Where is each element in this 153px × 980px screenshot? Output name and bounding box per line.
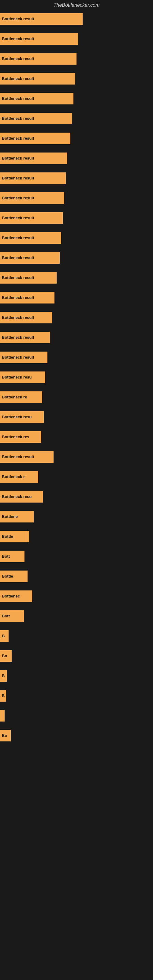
list-item: Bottleneck result xyxy=(0,170,153,186)
bar-label: Bottleneck result xyxy=(2,216,34,220)
bar: Bottleneck result xyxy=(0,272,57,283)
bar: Bott xyxy=(0,610,24,622)
bar-label: Bottleneck result xyxy=(2,315,34,320)
bar-container: Bottleneck resultBottleneck resultBottle… xyxy=(0,10,153,744)
bar-label: Bott xyxy=(2,614,10,618)
bar: Bottleneck result xyxy=(0,33,78,45)
bar-label: Bottle xyxy=(2,534,13,539)
bar xyxy=(0,710,5,722)
bar: Bottleneck result xyxy=(0,153,67,164)
list-item: Bottleneck result xyxy=(0,289,153,306)
bar: Bott xyxy=(0,550,24,562)
bar: Bottleneck resu xyxy=(0,411,44,423)
bar: Bottleneck result xyxy=(0,451,54,463)
bar: Bottleneck result xyxy=(0,113,72,124)
bar: Bottleneck result xyxy=(0,352,48,363)
list-item: Bottleneck result xyxy=(0,10,153,27)
bar-label: Bottleneck result xyxy=(2,96,34,101)
list-item xyxy=(0,707,153,724)
list-item: Bottleneck re xyxy=(0,389,153,406)
list-item: Bottleneck res xyxy=(0,428,153,445)
bar-label: Bottleneck result xyxy=(2,76,34,81)
bar-label: Bottleneck resu xyxy=(2,415,32,419)
bar-label: Bott xyxy=(2,554,10,558)
bar: Bottleneck result xyxy=(0,232,61,244)
bar-label: Bottleneck result xyxy=(2,355,34,360)
list-item: Bottleneck result xyxy=(0,309,153,326)
bar: Bottlenec xyxy=(0,590,32,602)
list-item: Bottlene xyxy=(0,508,153,525)
bar: B xyxy=(0,630,9,642)
bar: Bottleneck result xyxy=(0,212,63,224)
bar: Bottleneck res xyxy=(0,431,41,443)
list-item: Bott xyxy=(0,548,153,565)
list-item: B xyxy=(0,667,153,684)
bar: Bottleneck result xyxy=(0,172,66,184)
bar-label: Bottleneck result xyxy=(2,295,34,300)
list-item: Bottleneck result xyxy=(0,189,153,207)
bar-label: Bottleneck resu xyxy=(2,375,32,379)
list-item: B xyxy=(0,687,153,704)
bar-label: Bottlene xyxy=(2,514,18,519)
list-item: Bottleneck r xyxy=(0,468,153,485)
bar: Bottleneck result xyxy=(0,292,54,304)
list-item: Bottleneck resu xyxy=(0,488,153,505)
list-item: Bottleneck result xyxy=(0,130,153,147)
bar: Bottleneck result xyxy=(0,93,73,105)
bar-label: Bottleneck result xyxy=(2,136,34,140)
bar: Bottleneck result xyxy=(0,332,50,343)
bar: Bo xyxy=(0,650,12,662)
list-item: Bottleneck result xyxy=(0,150,153,167)
bar: Bottleneck result xyxy=(0,133,70,144)
list-item: Bott xyxy=(0,608,153,624)
bar-label: Bottlenec xyxy=(2,594,20,598)
bar: Bo xyxy=(0,730,11,741)
list-item: Bottleneck result xyxy=(0,30,153,47)
bar-label: Bottleneck result xyxy=(2,455,34,459)
list-item: Bottleneck result xyxy=(0,70,153,87)
bar: Bottleneck result xyxy=(0,192,64,204)
bar-label: B xyxy=(2,673,5,678)
bar-label: Bottleneck result xyxy=(2,275,34,280)
bar-label: Bottleneck result xyxy=(2,335,34,340)
bar-label: Bottleneck result xyxy=(2,255,34,260)
list-item: Bottleneck result xyxy=(0,90,153,107)
bar: Bottle xyxy=(0,571,27,582)
list-item: Bottleneck result xyxy=(0,50,153,67)
bar-label: Bottleneck resu xyxy=(2,494,32,499)
bar-label: Bottleneck result xyxy=(2,235,34,240)
bar: Bottleneck result xyxy=(0,13,83,25)
site-title: TheBottlenecker.com xyxy=(0,0,153,10)
list-item: Bottleneck result xyxy=(0,349,153,366)
bar-label: Bottleneck result xyxy=(2,16,34,21)
list-item: B xyxy=(0,627,153,644)
bar: Bottleneck result xyxy=(0,252,60,264)
bar-label: B xyxy=(2,634,5,638)
bar-label: Bottleneck result xyxy=(2,156,34,161)
bar: Bottleneck result xyxy=(0,73,75,84)
bar-label: Bottleneck result xyxy=(2,116,34,121)
bar: B xyxy=(0,690,6,702)
bar: Bottle xyxy=(0,531,29,542)
list-item: Bottleneck result xyxy=(0,249,153,266)
bar-label: Bottleneck res xyxy=(2,434,29,439)
bar: Bottleneck resu xyxy=(0,491,43,503)
bar-label: Bottle xyxy=(2,574,13,579)
bar: Bottleneck re xyxy=(0,391,42,403)
bar-label: Bottleneck result xyxy=(2,196,34,200)
bar-label: Bottleneck result xyxy=(2,56,34,61)
list-item: Bottle xyxy=(0,568,153,585)
bar: Bottlene xyxy=(0,511,33,522)
list-item: Bottleneck resu xyxy=(0,409,153,425)
list-item: Bottleneck resu xyxy=(0,369,153,385)
list-item: Bottle xyxy=(0,528,153,545)
list-item: Bo xyxy=(0,648,153,664)
bar-label: Bottleneck result xyxy=(2,37,34,41)
bar-label: Bo xyxy=(2,733,7,738)
bar: Bottleneck r xyxy=(0,471,38,483)
bar-label: Bo xyxy=(2,654,7,658)
bar-label: Bottleneck re xyxy=(2,395,27,399)
list-item: Bottleneck result xyxy=(0,269,153,286)
bar: B xyxy=(0,670,7,682)
list-item: Bottleneck result xyxy=(0,229,153,246)
